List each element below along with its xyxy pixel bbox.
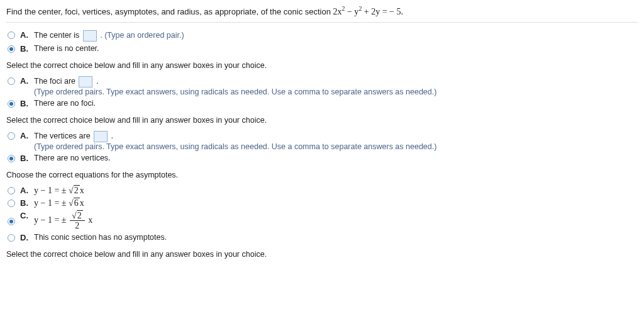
instruction-foci: Select the correct choice below and fill… xyxy=(6,61,638,70)
radio-selected-icon[interactable] xyxy=(8,218,15,225)
asym-option-a[interactable]: A. y − 1 = ± √2x xyxy=(8,186,638,196)
asym-option-d[interactable]: D. This conic section has no asymptotes. xyxy=(8,233,638,242)
foci-b-text: There are no foci. xyxy=(34,99,638,108)
fraction: √22 xyxy=(70,211,85,231)
asym-a-post: x xyxy=(80,186,84,195)
option-label: B. xyxy=(20,154,30,163)
asymptote-header: Choose the correct equations for the asy… xyxy=(6,171,638,179)
vertices-a-text: The vertices are xyxy=(34,132,92,140)
asym-option-c[interactable]: C. y − 1 = ± √22 x xyxy=(8,211,638,231)
sqrt-icon: √ xyxy=(69,198,74,208)
foci-a-text: The foci are xyxy=(34,77,77,86)
center-hint: . (Type an ordered pair.) xyxy=(100,31,184,40)
asym-a-pre: y − 1 = ± xyxy=(34,186,69,195)
foci-option-b[interactable]: B. There are no foci. xyxy=(8,99,638,108)
sqrt-icon: √ xyxy=(72,211,77,220)
vertices-option-a[interactable]: A. The vertices are . (Type ordered pair… xyxy=(8,131,638,151)
foci-option-a[interactable]: A. The foci are . (Type ordered pairs. T… xyxy=(8,76,638,96)
radio-unselected-icon[interactable] xyxy=(8,200,15,207)
instruction-radius: Select the correct choice below and fill… xyxy=(6,250,638,259)
radio-unselected-icon[interactable] xyxy=(8,187,15,194)
option-label: A. xyxy=(20,131,30,140)
center-option-b[interactable]: B. There is no center. xyxy=(8,44,638,54)
vertices-option-b[interactable]: B. There are no vertices. xyxy=(8,154,638,163)
center-option-a[interactable]: A. The center is . (Type an ordered pair… xyxy=(8,30,638,42)
option-label: B. xyxy=(20,44,30,54)
asym-b-root: 6 xyxy=(74,198,80,208)
asym-b-post: x xyxy=(80,198,84,208)
asym-c-post: x xyxy=(86,215,93,225)
option-label: C. xyxy=(20,211,30,220)
vertices-hint: (Type ordered pairs. Type exact answers,… xyxy=(34,142,436,151)
radio-selected-icon[interactable] xyxy=(8,100,15,108)
foci-input[interactable] xyxy=(79,76,92,87)
radio-selected-icon[interactable] xyxy=(8,45,15,53)
radio-unselected-icon[interactable] xyxy=(8,31,15,39)
foci-a-tail: . xyxy=(96,77,98,86)
asym-b-pre: y − 1 = ± xyxy=(34,198,69,208)
option-label: A. xyxy=(20,76,30,86)
radio-unselected-icon[interactable] xyxy=(8,132,15,140)
asym-d-text: This conic section has no asymptotes. xyxy=(34,233,638,242)
radio-selected-icon[interactable] xyxy=(8,155,15,162)
vertices-input[interactable] xyxy=(94,131,108,142)
asym-c-pre: y − 1 = ± xyxy=(34,215,69,225)
sqrt-icon: √ xyxy=(69,186,74,195)
center-input[interactable] xyxy=(83,30,97,42)
equation: 2x2 − y2 + 2y = − 5. xyxy=(333,7,403,16)
center-b-text: There is no center. xyxy=(34,44,638,53)
option-label: D. xyxy=(20,233,30,242)
instruction-vertices: Select the correct choice below and fill… xyxy=(6,116,638,125)
foci-hint: (Type ordered pairs. Type exact answers,… xyxy=(34,87,436,96)
question-text: Find the center, foci, vertices, asympto… xyxy=(6,7,333,16)
asym-option-b[interactable]: B. y − 1 = ± √6x xyxy=(8,198,638,208)
option-label: B. xyxy=(20,99,30,108)
vertices-b-text: There are no vertices. xyxy=(34,154,638,162)
option-label: A. xyxy=(20,30,30,40)
option-label: B. xyxy=(20,198,30,208)
vertices-a-tail: . xyxy=(111,132,113,140)
option-label: A. xyxy=(20,186,30,195)
radio-unselected-icon[interactable] xyxy=(8,234,15,242)
question-header: Find the center, foci, vertices, asympto… xyxy=(6,5,638,23)
asym-a-root: 2 xyxy=(74,185,80,195)
center-a-text: The center is xyxy=(34,31,82,40)
radio-unselected-icon[interactable] xyxy=(8,77,15,85)
